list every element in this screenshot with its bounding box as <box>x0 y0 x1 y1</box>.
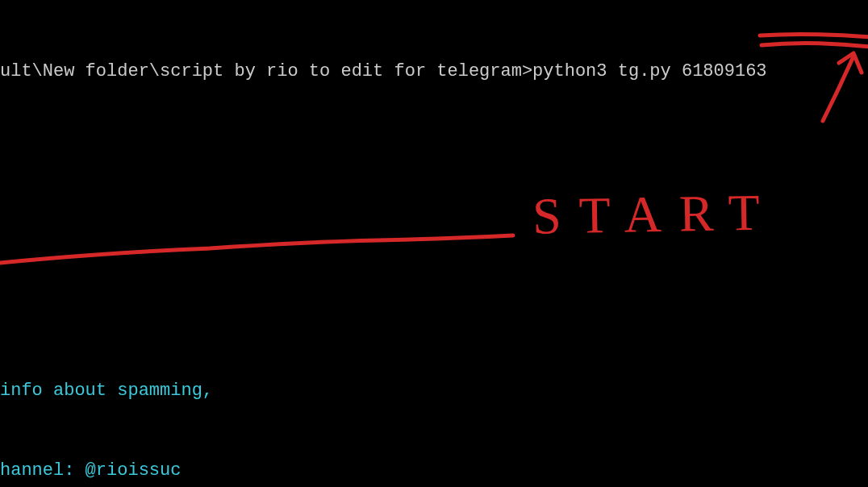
info-line-2: hannel: @rioissuc <box>0 457 868 484</box>
info-line-1: info about spamming, <box>0 377 868 404</box>
terminal-output: ult\New folder\script by rio to edit for… <box>0 0 868 487</box>
prompt-arg: 3 <box>756 61 766 81</box>
prompt-path: ult\New folder\script by rio to edit for… <box>0 61 532 81</box>
prompt-command: python3 tg.py 6180916 <box>532 61 756 81</box>
